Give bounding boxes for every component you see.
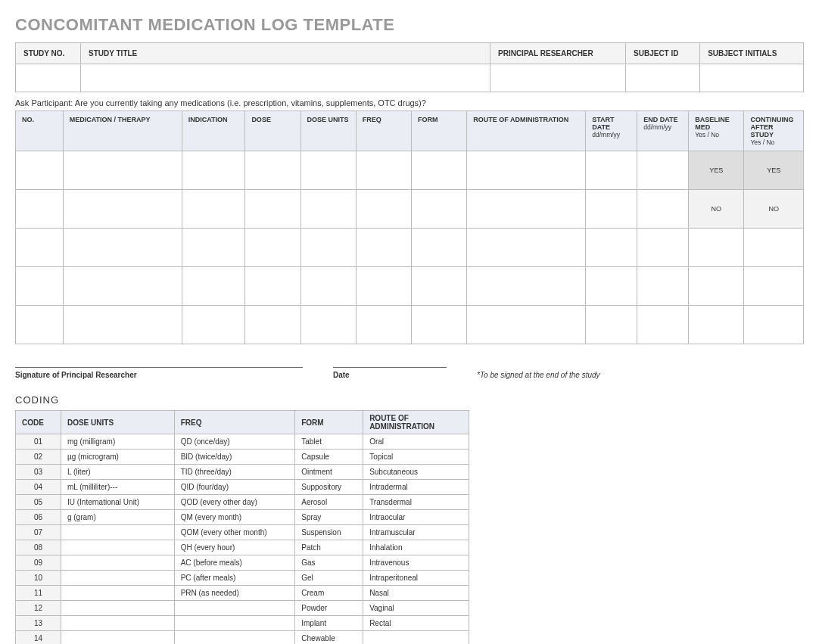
coding-cell: 13 bbox=[16, 616, 61, 631]
med-cell[interactable] bbox=[467, 190, 586, 229]
med-cell[interactable] bbox=[467, 306, 586, 344]
med-cell[interactable] bbox=[356, 306, 411, 344]
coding-cell: QD (once/day) bbox=[174, 434, 295, 450]
med-cell[interactable] bbox=[182, 306, 245, 344]
info-header: SUBJECT ID bbox=[626, 43, 700, 64]
med-cell[interactable] bbox=[182, 151, 245, 190]
med-cell[interactable] bbox=[412, 267, 467, 306]
med-cell[interactable] bbox=[586, 151, 637, 190]
continuing-cell[interactable]: YES bbox=[744, 151, 804, 190]
coding-cell bbox=[174, 616, 295, 631]
med-cell[interactable] bbox=[63, 229, 182, 267]
coding-cell bbox=[61, 586, 174, 601]
med-cell[interactable] bbox=[356, 267, 411, 306]
med-cell[interactable] bbox=[301, 190, 356, 229]
med-cell[interactable] bbox=[412, 190, 467, 229]
med-cell[interactable] bbox=[467, 267, 586, 306]
coding-cell: QH (every hour) bbox=[174, 540, 295, 555]
med-cell[interactable] bbox=[245, 267, 301, 306]
coding-cell bbox=[174, 631, 295, 645]
med-cell[interactable] bbox=[467, 151, 586, 190]
date-label: Date bbox=[333, 367, 447, 379]
med-cell[interactable] bbox=[586, 267, 637, 306]
coding-cell bbox=[61, 525, 174, 540]
med-cell[interactable] bbox=[16, 229, 64, 267]
med-cell[interactable] bbox=[63, 190, 182, 229]
med-cell[interactable] bbox=[63, 306, 182, 344]
med-cell[interactable] bbox=[637, 267, 689, 306]
baseline-cell[interactable]: YES bbox=[689, 151, 744, 190]
baseline-cell[interactable] bbox=[689, 267, 744, 306]
med-cell[interactable] bbox=[637, 151, 689, 190]
coding-cell: mg (milligram) bbox=[61, 434, 174, 450]
med-cell[interactable] bbox=[301, 229, 356, 267]
med-cell[interactable] bbox=[586, 306, 637, 344]
medication-log-table: NO.MEDICATION / THERAPYINDICATIONDOSEDOS… bbox=[15, 110, 804, 344]
continuing-cell[interactable]: NO bbox=[744, 190, 804, 229]
coding-cell: Suppository bbox=[295, 480, 363, 495]
med-cell[interactable] bbox=[245, 190, 301, 229]
med-cell[interactable] bbox=[182, 267, 245, 306]
med-cell[interactable] bbox=[245, 229, 301, 267]
med-cell[interactable] bbox=[245, 151, 301, 190]
baseline-cell[interactable]: NO bbox=[689, 190, 744, 229]
med-cell[interactable] bbox=[245, 306, 301, 344]
coding-cell: Subcutaneous bbox=[363, 465, 469, 480]
coding-cell: 03 bbox=[16, 465, 61, 480]
med-cell[interactable] bbox=[412, 229, 467, 267]
med-cell[interactable] bbox=[182, 190, 245, 229]
med-cell[interactable] bbox=[586, 190, 637, 229]
main-header: CONTINUING AFTER STUDYYes / No bbox=[744, 111, 804, 151]
continuing-cell[interactable] bbox=[744, 267, 804, 306]
coding-header: CODE bbox=[16, 411, 61, 434]
info-cell[interactable] bbox=[490, 64, 626, 92]
med-cell[interactable] bbox=[182, 229, 245, 267]
med-cell[interactable] bbox=[16, 190, 64, 229]
info-header: STUDY TITLE bbox=[81, 43, 490, 64]
med-cell[interactable] bbox=[63, 267, 182, 306]
signature-row: Signature of Principal Researcher Date *… bbox=[15, 367, 804, 379]
info-cell[interactable] bbox=[626, 64, 700, 92]
coding-header: DOSE UNITS bbox=[61, 411, 174, 434]
med-cell[interactable] bbox=[412, 151, 467, 190]
continuing-cell[interactable] bbox=[744, 229, 804, 267]
baseline-cell[interactable] bbox=[689, 306, 744, 344]
med-cell[interactable] bbox=[63, 151, 182, 190]
med-cell[interactable] bbox=[467, 229, 586, 267]
med-cell[interactable] bbox=[356, 151, 411, 190]
coding-cell: IU (International Unit) bbox=[61, 495, 174, 510]
info-cell[interactable] bbox=[700, 64, 804, 92]
med-cell[interactable] bbox=[301, 151, 356, 190]
info-cell[interactable] bbox=[16, 64, 81, 92]
med-cell[interactable] bbox=[356, 229, 411, 267]
med-cell[interactable] bbox=[412, 306, 467, 344]
coding-cell: Intravenous bbox=[363, 555, 469, 571]
med-cell[interactable] bbox=[637, 229, 689, 267]
med-cell[interactable] bbox=[16, 267, 64, 306]
coding-cell: 02 bbox=[16, 450, 61, 465]
coding-cell: Tablet bbox=[295, 434, 363, 450]
info-cell[interactable] bbox=[81, 64, 490, 92]
coding-cell bbox=[61, 616, 174, 631]
coding-cell: mL (milliliter)--- bbox=[61, 480, 174, 495]
med-cell[interactable] bbox=[301, 306, 356, 344]
coding-cell bbox=[174, 601, 295, 616]
coding-cell: 06 bbox=[16, 510, 61, 525]
med-cell[interactable] bbox=[356, 190, 411, 229]
med-cell[interactable] bbox=[16, 151, 64, 190]
coding-cell: L (liter) bbox=[61, 465, 174, 480]
med-cell[interactable] bbox=[637, 306, 689, 344]
med-cell[interactable] bbox=[637, 190, 689, 229]
continuing-cell[interactable] bbox=[744, 306, 804, 344]
med-cell[interactable] bbox=[301, 267, 356, 306]
coding-cell: Vaginal bbox=[363, 601, 469, 616]
coding-header: FORM bbox=[295, 411, 363, 434]
coding-cell: Gas bbox=[295, 555, 363, 571]
coding-cell: PRN (as needed) bbox=[174, 586, 295, 601]
coding-cell: Ointment bbox=[295, 465, 363, 480]
med-cell[interactable] bbox=[586, 229, 637, 267]
main-header: NO. bbox=[16, 111, 64, 151]
coding-cell: 14 bbox=[16, 631, 61, 645]
baseline-cell[interactable] bbox=[689, 229, 744, 267]
med-cell[interactable] bbox=[16, 306, 64, 344]
